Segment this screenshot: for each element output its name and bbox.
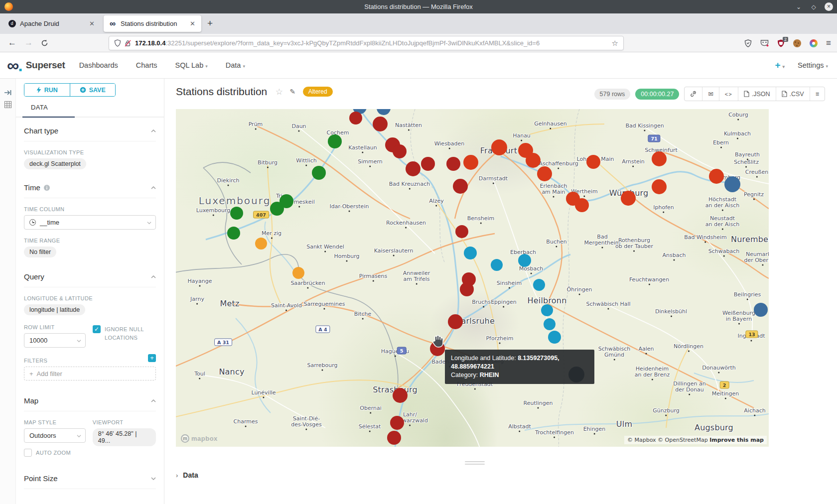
scatter-point-cyan[interactable] xyxy=(491,259,503,271)
scatter-point-red[interactable] xyxy=(491,139,507,155)
section-chart-type[interactable]: Chart type xyxy=(24,118,156,141)
deckgl-scatterplot-map[interactable]: PrümDaunCochemKastellaunSimmernBitburgWi… xyxy=(176,109,769,447)
resize-drag-handle[interactable] xyxy=(465,460,485,466)
add-filter-input[interactable]: + Add filter xyxy=(24,367,156,380)
nav-item-sql-lab[interactable]: SQL Lab▾ xyxy=(175,61,208,69)
tab-close-icon[interactable]: ✕ xyxy=(189,20,196,27)
export-json-button[interactable]: .JSON xyxy=(738,87,776,101)
scatter-point-green[interactable] xyxy=(270,202,284,216)
scatter-point-darkred[interactable] xyxy=(453,179,468,194)
favorite-star-icon[interactable]: ☆ xyxy=(276,87,283,97)
embed-code-button[interactable]: <> xyxy=(719,87,738,101)
insecure-lock-icon[interactable] xyxy=(125,40,131,47)
scatter-point-cyan[interactable] xyxy=(518,254,531,267)
collapse-panel-icon[interactable] xyxy=(4,89,12,97)
section-query[interactable]: Query xyxy=(24,263,156,287)
tab-apache-druid[interactable]: d Apache Druid ✕ xyxy=(3,15,101,32)
scatter-point-red[interactable] xyxy=(526,153,541,168)
scatter-point-orange[interactable] xyxy=(292,267,304,279)
window-close-icon[interactable]: × xyxy=(825,2,833,11)
scatter-point-red[interactable] xyxy=(575,198,589,212)
nav-item-data[interactable]: Data▾ xyxy=(226,61,245,69)
mask-extension-icon[interactable] xyxy=(760,39,769,47)
scatter-point-red[interactable] xyxy=(463,155,478,170)
scatter-point-cyan[interactable] xyxy=(544,318,556,330)
save-button[interactable]: SAVE xyxy=(70,84,116,96)
nav-item-dashboards[interactable]: Dashboards xyxy=(79,61,118,69)
scatter-point-red[interactable] xyxy=(709,169,724,184)
settings-menu[interactable]: Settings▾ xyxy=(798,61,828,69)
ublock-extension-icon[interactable]: 2 xyxy=(777,39,785,47)
scatter-point-darkred[interactable] xyxy=(460,282,474,296)
section-map[interactable]: Map xyxy=(24,387,156,411)
scatter-point-red[interactable] xyxy=(652,151,667,166)
data-panel-expander[interactable]: › Data xyxy=(176,471,198,479)
reload-icon[interactable] xyxy=(41,39,48,47)
tab-close-icon[interactable]: ✕ xyxy=(88,20,96,27)
browser-menu-icon[interactable]: ≡ xyxy=(826,38,831,48)
back-icon[interactable]: ← xyxy=(8,38,16,48)
viz-type-value[interactable]: deck.gl Scatterplot xyxy=(24,158,86,169)
url-bar[interactable]: 172.18.0.4:32251/superset/explore/?form_… xyxy=(109,36,624,50)
pocket-extension-icon[interactable] xyxy=(744,39,752,47)
export-csv-button[interactable]: x .CSV xyxy=(776,87,810,101)
scatter-point-steel[interactable] xyxy=(754,303,768,317)
dataset-grid-icon[interactable] xyxy=(4,101,12,109)
tab-data[interactable]: DATA xyxy=(31,104,48,111)
scatter-point-green[interactable] xyxy=(328,134,342,148)
section-time[interactable]: Time xyxy=(24,174,156,198)
scatter-point-darkred[interactable] xyxy=(387,431,401,445)
scatter-point-darkred[interactable] xyxy=(421,157,435,171)
scatter-point-red[interactable] xyxy=(586,155,600,169)
lonlat-value[interactable]: longitude | latitude xyxy=(24,304,85,315)
pinwheel-extension-icon[interactable] xyxy=(810,39,818,47)
scatter-point-darkred[interactable] xyxy=(349,112,362,125)
scatter-point-green[interactable] xyxy=(230,207,243,220)
scatter-point-cyan[interactable] xyxy=(548,331,561,344)
edit-properties-icon[interactable]: ✎ xyxy=(289,88,295,96)
tab-stations-distribution[interactable]: ∞ Stations distribution ✕ xyxy=(104,15,201,32)
run-button[interactable]: RUN xyxy=(24,84,70,96)
scatter-point-green[interactable] xyxy=(312,166,326,180)
forward-icon[interactable]: → xyxy=(24,38,33,48)
auto-zoom-checkbox[interactable] xyxy=(24,449,32,457)
time-column-select[interactable]: __time xyxy=(24,215,156,230)
chart-menu-button[interactable]: ≡ xyxy=(810,87,825,101)
scatter-point-red[interactable] xyxy=(652,179,667,194)
scatter-point-red[interactable] xyxy=(621,191,636,206)
scatter-point-darkred[interactable] xyxy=(448,314,463,329)
scatter-point-darkred[interactable] xyxy=(393,144,407,158)
scatter-point-cyan[interactable] xyxy=(541,304,553,316)
map-style-select[interactable]: Outdoors xyxy=(24,428,86,443)
nav-item-charts[interactable]: Charts xyxy=(136,61,157,69)
scatter-point-darkred[interactable] xyxy=(455,225,468,238)
improve-map-link[interactable]: Improve this map xyxy=(709,437,764,443)
section-point-size[interactable]: Point Size xyxy=(24,465,156,489)
window-maximize-icon[interactable]: ◇ xyxy=(810,3,818,10)
add-filter-plus-button[interactable]: + xyxy=(148,354,156,362)
ignore-null-checkbox[interactable]: ✓ xyxy=(93,325,101,333)
scatter-point-cyan[interactable] xyxy=(533,279,545,291)
row-limit-select[interactable]: 10000 xyxy=(24,333,86,348)
shield-permissions-icon[interactable] xyxy=(114,39,121,47)
scatter-point-red[interactable] xyxy=(537,166,552,181)
cookie-extension-icon[interactable] xyxy=(793,39,801,47)
bookmark-star-icon[interactable]: ☆ xyxy=(612,39,618,48)
scatter-point-darkred[interactable] xyxy=(373,117,388,131)
viewport-value[interactable]: 8° 46' 45.28" | 49... xyxy=(93,428,156,446)
email-button[interactable]: ✉ xyxy=(702,87,719,101)
scatter-point-darkred[interactable] xyxy=(406,161,420,176)
add-new-button[interactable]: +▾ xyxy=(775,60,785,71)
mapbox-logo[interactable]: mmapbox xyxy=(181,434,218,443)
scatter-point-orange[interactable] xyxy=(255,238,267,250)
new-tab-button[interactable]: + xyxy=(207,18,213,29)
scatter-point-darkred[interactable] xyxy=(446,157,460,171)
copy-link-button[interactable] xyxy=(685,87,702,101)
scatter-point-steel[interactable] xyxy=(724,176,740,192)
scatter-point-darkred[interactable] xyxy=(390,416,404,430)
scatter-point-green[interactable] xyxy=(227,227,240,240)
attribution-text[interactable]: © Mapbox © OpenStreetMap xyxy=(627,437,708,443)
scatter-point-darkred[interactable] xyxy=(393,388,408,403)
scatter-point-cyan[interactable] xyxy=(464,247,477,259)
time-range-value[interactable]: No filter xyxy=(24,247,56,257)
